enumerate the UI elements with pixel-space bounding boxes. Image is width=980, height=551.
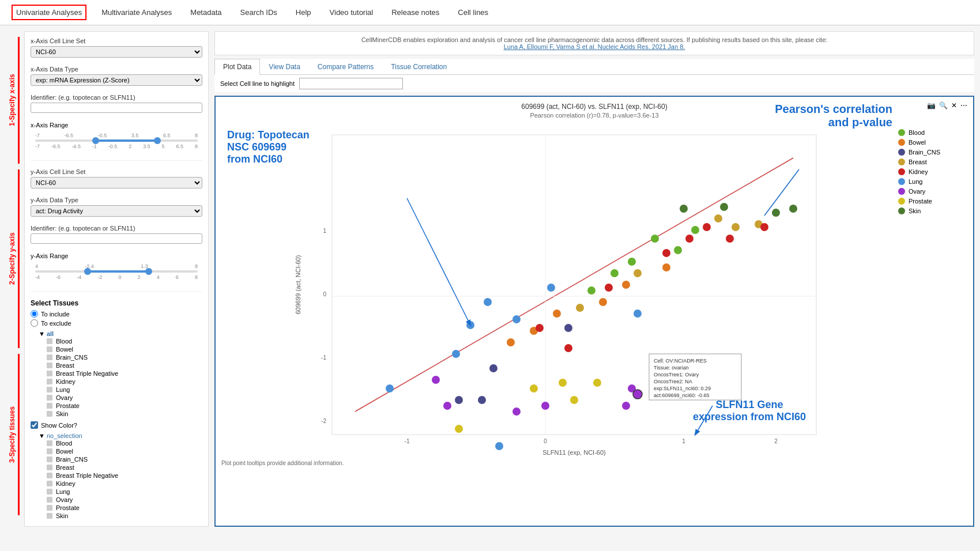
svg-point-59	[530, 384, 538, 393]
xaxis-cell-line-set-row: x-Axis Cell Line Set NCI-60	[31, 37, 202, 58]
svg-point-63	[455, 425, 463, 433]
svg-point-56	[512, 407, 521, 416]
step1-label: 1-Specify x-axis	[8, 37, 20, 164]
svg-text:Tissue: ovarian: Tissue: ovarian	[654, 365, 689, 371]
nav-cell-lines[interactable]: Cell lines	[454, 6, 492, 19]
citation-text: CellMinerCDB enables exploration and ana…	[361, 36, 828, 43]
svg-text:2: 2	[774, 438, 778, 444]
highlight-row: Select Cell line to highlight	[214, 75, 974, 92]
yaxis-identifier-input[interactable]: topotecan	[31, 233, 202, 244]
nav-metadata[interactable]: Metadata	[187, 6, 225, 19]
footer-note: Plot point tooltips provide additional i…	[221, 460, 967, 466]
yaxis-cell-line-set-select[interactable]: NCI-60	[31, 177, 202, 188]
yaxis-cell-line-set-label: y-Axis Cell Line Set	[31, 168, 202, 175]
svg-point-24	[478, 396, 486, 404]
xaxis-identifier-label: Identifier: (e.g. topotecan or SLFN11)	[31, 94, 202, 101]
yaxis-identifier-row: Identifier: (e.g. topotecan or SLFN11) t…	[31, 225, 202, 244]
tab-compare-patterns[interactable]: Compare Patterns	[309, 59, 382, 74]
tab-view-data[interactable]: View Data	[260, 59, 308, 74]
xaxis-range-label: x-Axis Range	[31, 122, 68, 129]
xaxis-data-type-select[interactable]: exp: mRNA Expression (Z-Score)	[31, 74, 202, 86]
nav-univariate-analyses[interactable]: Univariate Analyses	[12, 5, 86, 20]
svg-point-41	[452, 350, 460, 358]
svg-text:exp:SLFN11_nci60: 0.29: exp:SLFN11_nci60: 0.29	[654, 386, 711, 391]
chart-btn-zoom[interactable]: 🔍	[939, 101, 948, 110]
include-radio[interactable]	[31, 310, 38, 318]
svg-point-53	[622, 402, 630, 410]
xaxis-cell-line-set-select[interactable]: NCI-60	[31, 46, 202, 58]
show-color-row: Show Color?	[31, 421, 202, 429]
legend-item: Kidney	[898, 168, 967, 175]
svg-point-17	[691, 226, 699, 234]
svg-point-20	[553, 310, 561, 318]
tab-plot-data[interactable]: Plot Data	[214, 59, 260, 75]
nav-search-ids[interactable]: Search IDs	[237, 6, 281, 19]
tabs-row: Plot Data View Data Compare Patterns Tis…	[214, 59, 974, 75]
highlight-input[interactable]	[299, 78, 403, 89]
yaxis-range-label: y-Axis Range	[31, 252, 68, 259]
svg-point-15	[651, 235, 659, 243]
xaxis-identifier-input[interactable]: SLFN11	[31, 103, 202, 113]
yaxis-cell-line-set-row: y-Axis Cell Line Set NCI-60	[31, 168, 202, 188]
xaxis-data-type-label: x-Axis Data Type	[31, 66, 202, 73]
tissue-tree-no-selection: ▼ no_selection BloodBowelBrain_CNSBreast…	[31, 432, 202, 520]
tissues-section: Select Tissues To include To exclude	[31, 299, 202, 520]
legend-item: Brain_CNS	[898, 149, 967, 156]
chart-toolbar: 📷 🔍 ✕ ⋯	[927, 101, 967, 110]
legend-item: Breast	[898, 158, 967, 165]
legend-item: Bowel	[898, 139, 967, 146]
chart-btn-camera[interactable]: 📷	[927, 101, 936, 110]
exclude-radio[interactable]	[31, 319, 38, 327]
nav-help[interactable]: Help	[292, 6, 315, 19]
tree-expand-all[interactable]: ▼	[39, 330, 45, 337]
yaxis-range-section: y-Axis Range 4-2.41.38 -4-6-4-202468	[31, 252, 202, 284]
y-axis-label: 609699 (act, NCI-60)	[295, 255, 301, 315]
svg-point-31	[732, 223, 740, 231]
nav-video-tutorial[interactable]: Video tutorial	[326, 6, 377, 19]
svg-point-25	[455, 396, 463, 404]
svg-point-35	[662, 249, 670, 257]
svg-point-49	[495, 442, 503, 450]
tab-tissue-correlation[interactable]: Tissue Correlation	[382, 59, 455, 74]
svg-text:Cell: OV:NCIADR-RES: Cell: OV:NCIADR-RES	[654, 358, 707, 364]
svg-text:act:609699_nci60: -0.65: act:609699_nci60: -0.65	[654, 393, 710, 398]
svg-point-66	[772, 209, 780, 217]
right-panel: CellMinerCDB enables exploration and ana…	[214, 31, 974, 527]
svg-point-39	[760, 223, 768, 231]
nav-release-notes[interactable]: Release notes	[388, 6, 443, 19]
svg-point-65	[720, 203, 728, 211]
scatter-plot-svg: 609699 (act, NCI-60) SLFN11 (exp, NCI-60…	[292, 123, 822, 458]
xaxis-identifier-row: Identifier: (e.g. topotecan or SLFN11) S…	[31, 94, 202, 113]
svg-point-23	[662, 263, 670, 271]
xaxis-cell-line-set-label: x-Axis Cell Line Set	[31, 37, 202, 44]
svg-point-30	[714, 214, 722, 222]
svg-point-60	[559, 379, 567, 387]
highlight-label: Select Cell line to highlight	[220, 80, 295, 87]
nav-multivariate-analyses[interactable]: Multivariate Analyses	[98, 6, 175, 19]
citation-link[interactable]: Luna A, Elloumi F, Varma S et al. Nuclei…	[504, 43, 685, 50]
chart-title: 609699 (act, NCI-60) vs. SLFN11 (exp, NC…	[221, 103, 967, 111]
tree-root-all: all	[47, 330, 54, 337]
svg-point-21	[599, 298, 607, 306]
svg-text:-2: -2	[321, 418, 326, 424]
include-label: To include	[41, 311, 70, 318]
show-color-checkbox[interactable]	[31, 421, 38, 429]
svg-text:OncosTree1: Ovary: OncosTree1: Ovary	[654, 372, 699, 378]
chart-btn-more[interactable]: ⋯	[960, 101, 967, 110]
step2-label: 2-Specify y-axis	[8, 169, 20, 348]
yaxis-data-type-select[interactable]: act: Drug Activity	[31, 205, 202, 217]
svg-point-33	[536, 324, 544, 332]
chart-body: Drug: Topotecan NSC 609699 from NCI60 SL…	[221, 123, 967, 458]
svg-point-51	[432, 376, 440, 384]
exclude-label: To exclude	[41, 320, 71, 327]
svg-point-67	[789, 205, 797, 213]
svg-point-22	[622, 281, 630, 289]
tree-expand-no-sel[interactable]: ▼	[39, 432, 45, 439]
x-axis-label: SLFN11 (exp, NCI-60)	[542, 449, 605, 456]
svg-text:-1: -1	[405, 438, 410, 444]
svg-point-12	[587, 286, 595, 295]
chart-btn-close[interactable]: ✕	[951, 101, 957, 110]
show-color-label: Show Color?	[41, 422, 77, 429]
main-left: 1-Specify x-axis 2-Specify y-axis 3-Spec…	[6, 31, 209, 527]
yaxis-data-type-label: y-Axis Data Type	[31, 197, 202, 203]
